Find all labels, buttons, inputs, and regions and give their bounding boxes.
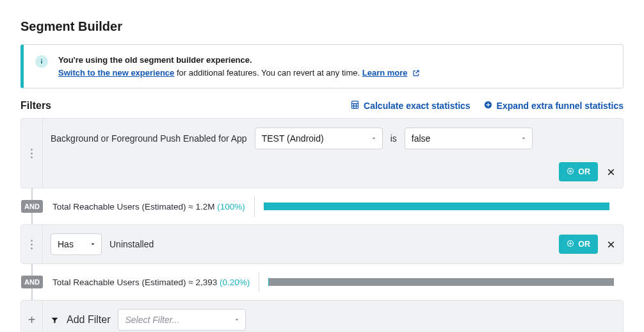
bool-select[interactable]: false <box>405 128 533 149</box>
header-actions: Calculate exact statistics Expand extra … <box>350 100 624 112</box>
add-filter-label: Add Filter <box>67 314 110 326</box>
plus-circle-icon <box>483 100 493 112</box>
svg-rect-9 <box>486 104 490 105</box>
filter-1-label: Background or Foreground Push Enabled fo… <box>51 133 247 144</box>
stat-body-2: Total Reachable Users (Estimated) ≈ 2,39… <box>44 264 624 300</box>
app-select[interactable]: TEST (Android) <box>255 128 383 149</box>
stat-1-pct: (100%) <box>217 202 245 212</box>
plus-circle-icon <box>567 240 574 249</box>
stat-body-1: Total Reachable Users (Estimated) ≈ 1.2M… <box>44 188 624 224</box>
calc-label: Calculate exact statistics <box>364 101 471 111</box>
chevron-down-icon <box>234 315 240 325</box>
divider <box>254 196 255 217</box>
filters-header: Filters Calculate exact statistics Expan… <box>20 100 624 112</box>
filter-2-actions: OR <box>559 235 615 254</box>
svg-rect-12 <box>569 170 572 171</box>
chevron-down-icon <box>371 133 377 144</box>
stat-2-text: Total Reachable Users (Estimated) ≈ 2,39… <box>52 278 250 287</box>
expand-stats-link[interactable]: Expand extra funnel statistics <box>483 100 624 112</box>
svg-rect-2 <box>352 101 358 108</box>
and-row-1: AND Total Reachable Users (Estimated) ≈ … <box>20 188 624 224</box>
filters-rail: Background or Foreground Push Enabled fo… <box>20 118 624 332</box>
divider <box>259 272 259 292</box>
calculate-stats-link[interactable]: Calculate exact statistics <box>350 100 471 112</box>
filter-body-2: Has Uninstalled OR <box>43 225 623 263</box>
progress-bar-1 <box>264 203 609 210</box>
bool-select-value: false <box>412 133 431 144</box>
add-filter-row: + Add Filter Select Filter... <box>20 300 624 332</box>
filter-row-1: Background or Foreground Push Enabled fo… <box>20 118 624 188</box>
stat-1-value: 1.2M <box>196 202 215 212</box>
progress-track <box>268 278 614 286</box>
is-label: is <box>390 133 397 144</box>
and-connector: AND <box>20 264 44 300</box>
or-label: OR <box>578 240 590 249</box>
banner-tail: for additional features. You can revert … <box>174 68 362 78</box>
progress-fill <box>264 203 609 210</box>
progress-bar-2 <box>268 278 614 286</box>
info-icon <box>35 55 48 68</box>
switch-experience-link[interactable]: Switch to the new experience <box>58 68 174 78</box>
chevron-down-icon <box>90 239 96 249</box>
progress-fill <box>268 278 269 286</box>
filter-1-main: Background or Foreground Push Enabled fo… <box>51 128 615 149</box>
and-badge: AND <box>21 200 43 213</box>
has-select[interactable]: Has <box>51 233 102 255</box>
or-button[interactable]: OR <box>559 235 598 254</box>
or-button[interactable]: OR <box>559 162 598 181</box>
remove-filter-button[interactable] <box>607 240 615 249</box>
svg-rect-15 <box>569 243 572 244</box>
add-filter-plus[interactable]: + <box>21 301 43 332</box>
svg-rect-1 <box>41 61 42 64</box>
app-select-value: TEST (Android) <box>262 133 324 144</box>
drag-handle[interactable] <box>21 119 43 188</box>
filter-body-1: Background or Foreground Push Enabled fo… <box>43 119 623 188</box>
filter-type-placeholder: Select Filter... <box>125 315 179 325</box>
filters-title: Filters <box>20 100 51 112</box>
stat-2-prefix: Total Reachable Users (Estimated) ≈ <box>52 278 196 287</box>
or-label: OR <box>578 167 590 176</box>
stat-1-text: Total Reachable Users (Estimated) ≈ 1.2M… <box>52 202 245 212</box>
filter-row-2: Has Uninstalled OR <box>20 224 624 264</box>
filter-1-actions: OR <box>559 162 615 181</box>
stat-1-prefix: Total Reachable Users (Estimated) ≈ <box>52 202 196 212</box>
expand-label: Expand extra funnel statistics <box>497 101 624 111</box>
banner-line2: Switch to the new experience for additio… <box>58 67 420 79</box>
and-connector: AND <box>20 188 44 224</box>
banner-line1: You're using the old segment builder exp… <box>58 54 420 67</box>
plus-circle-icon <box>567 167 574 177</box>
banner-text: You're using the old segment builder exp… <box>58 54 420 79</box>
calculator-icon <box>350 100 360 112</box>
and-badge: AND <box>21 276 43 288</box>
learn-more-link[interactable]: Learn more <box>362 68 408 78</box>
external-link-icon <box>412 69 420 77</box>
filter-type-select[interactable]: Select Filter... <box>118 309 246 331</box>
chevron-down-icon <box>520 133 527 144</box>
remove-filter-button[interactable] <box>607 168 615 176</box>
and-row-2: AND Total Reachable Users (Estimated) ≈ … <box>20 264 624 300</box>
filter-icon <box>51 316 59 324</box>
stat-2-value: 2,393 <box>196 278 218 287</box>
svg-point-0 <box>41 59 42 60</box>
info-banner: You're using the old segment builder exp… <box>20 44 624 88</box>
filter-2-condition: Uninstalled <box>109 239 154 249</box>
add-filter-body: Add Filter Select Filter... <box>43 301 623 332</box>
drag-handle[interactable] <box>21 225 43 263</box>
page-title: Segment Builder <box>20 19 624 34</box>
stat-2-pct: (0.20%) <box>220 278 250 287</box>
has-select-value: Has <box>58 239 74 249</box>
